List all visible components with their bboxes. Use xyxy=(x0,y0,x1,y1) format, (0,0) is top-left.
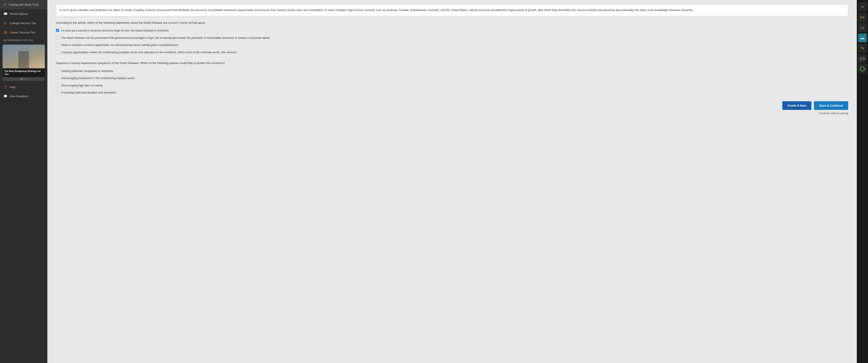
save-continue-button[interactable]: Save & Continue xyxy=(814,101,848,110)
question1-section: According to the article, which of the f… xyxy=(56,21,848,55)
q2-option-a[interactable]: Helping particular companies or industri… xyxy=(56,69,848,73)
pencil-icon: ✏ xyxy=(861,5,864,9)
main-content: is not to grant subsidies and protection… xyxy=(48,0,857,363)
sidebar-item-college-label: College Success Tips xyxy=(10,22,36,25)
q2-radio-a[interactable] xyxy=(56,69,59,72)
wifi-icon: ((·)) xyxy=(860,57,865,60)
az-button[interactable]: A-Z xyxy=(858,13,867,22)
yellow-pencil-icon: ✎ xyxy=(861,46,864,51)
recommended-label: RECOMMENDED FOR YOU xyxy=(0,37,48,43)
sidebar-item-college[interactable]: 🎓 College Success Tips xyxy=(0,19,48,28)
buttons-row: Grade It Now Save & Continue xyxy=(56,101,848,110)
q1-option-c-text: When a country's currency appreciates, i… xyxy=(61,43,179,47)
career-icon: 💼 xyxy=(3,30,7,34)
sidebar-item-rental-label: Rental Options xyxy=(10,12,28,16)
help-icon: ❓ xyxy=(3,85,7,89)
sidebar-item-catalog-label: Catalog and Study Tools xyxy=(8,3,39,6)
card-title: The Best Budgeting Strategy for You xyxy=(3,68,45,77)
q1-instruction: Check all that apply. xyxy=(180,21,206,24)
q2-option-b[interactable]: Discouraging investment in the nonboomin… xyxy=(56,76,848,80)
q1-checkbox-d[interactable] xyxy=(56,51,59,54)
card-dots xyxy=(3,77,45,81)
q1-option-b-text: The Dutch Disease can be prevented if th… xyxy=(61,36,270,40)
card-dot-1 xyxy=(21,79,22,80)
q2-option-c[interactable]: Discouraging high rates of saving xyxy=(56,83,848,88)
q2-option-b-text: Discouraging investment in the nonboomin… xyxy=(61,76,135,80)
question1-options: As soon as a country's resource revenues… xyxy=(56,28,848,54)
q2-radio-c[interactable] xyxy=(56,84,59,87)
az-icon: A-Z xyxy=(861,16,864,19)
q1-option-c[interactable]: When a country's currency appreciates, i… xyxy=(56,43,848,47)
sidebar-item-rental[interactable]: 📖 Rental Options xyxy=(0,9,48,19)
yellow-pencil-button[interactable]: ✎ xyxy=(858,44,867,53)
recommended-card[interactable]: The Best Budgeting Strategy for You xyxy=(3,44,45,81)
question1-text: According to the article, which of the f… xyxy=(56,21,848,25)
card-image xyxy=(3,44,45,68)
q2-option-d-text: Promoting trade liberalization and innov… xyxy=(61,90,117,95)
rental-icon: 📖 xyxy=(3,12,7,16)
sidebar-item-help-label: Help xyxy=(10,86,16,89)
page-icon: ▭ xyxy=(861,25,864,30)
card-dot-2 xyxy=(23,79,24,80)
q1-checkbox-b[interactable] xyxy=(56,36,59,39)
q1-option-a-text: As soon as a country's resource revenues… xyxy=(61,28,169,33)
q1-option-b[interactable]: The Dutch Disease can be prevented if th… xyxy=(56,36,848,40)
sidebar-item-career[interactable]: 💼 Career Success Tips xyxy=(0,28,48,37)
question2-options: Helping particular companies or industri… xyxy=(56,69,848,95)
sidebar: ⊙ Catalog and Study Tools 📖 Rental Optio… xyxy=(0,0,48,363)
sidebar-item-feedback-label: Give Feedback xyxy=(10,95,28,98)
card-image-inner xyxy=(3,44,45,68)
q1-checkbox-a[interactable] xyxy=(56,29,59,32)
pencil-button[interactable]: ✏ xyxy=(858,3,867,11)
sidebar-item-help[interactable]: ❓ Help xyxy=(0,83,48,92)
question2-section: Suppose a country experiences symptoms o… xyxy=(56,61,848,95)
continue-without-link[interactable]: Continue without saving xyxy=(56,112,848,115)
q2-option-a-text: Helping particular companies or industri… xyxy=(61,69,113,73)
q2-option-c-text: Discouraging high rates of saving xyxy=(61,83,102,88)
college-icon: 🎓 xyxy=(3,21,7,25)
q1-option-a[interactable]: As soon as a country's resource revenues… xyxy=(56,28,848,33)
right-toolbar: ✏ A-Z ▭ ▬ ✎ ((·)) xyxy=(857,0,868,363)
continue-without-text: Continue without saving xyxy=(818,112,848,115)
page-button[interactable]: ▭ xyxy=(858,23,867,32)
q2-radio-d[interactable] xyxy=(56,91,59,94)
wifi-button[interactable]: ((·)) xyxy=(858,54,867,63)
card-dot-3 xyxy=(25,79,27,80)
feedback-icon: 💬 xyxy=(3,94,7,98)
teal-icon: ▬ xyxy=(861,36,864,40)
sidebar-item-catalog[interactable]: ⊙ Catalog and Study Tools xyxy=(0,0,48,9)
grade-button[interactable]: Grade It Now xyxy=(782,101,811,110)
q1-text-main: According to the article, which of the f… xyxy=(56,21,179,24)
article-excerpt[interactable]: is not to grant subsidies and protection… xyxy=(56,4,848,16)
circle-button[interactable] xyxy=(858,65,867,73)
q1-option-d-text: Currency appreciation makes the nonboomi… xyxy=(61,50,238,55)
q2-radio-b[interactable] xyxy=(56,77,59,80)
teal-button[interactable]: ▬ xyxy=(858,34,867,42)
circle-green-icon xyxy=(860,67,865,71)
article-text: is not to grant subsidies and protection… xyxy=(60,8,693,12)
q2-option-d[interactable]: Promoting trade liberalization and innov… xyxy=(56,90,848,95)
catalog-icon: ⊙ xyxy=(3,3,6,6)
sidebar-item-feedback[interactable]: 💬 Give Feedback xyxy=(0,92,48,101)
sidebar-item-career-label: Career Success Tips xyxy=(10,31,35,34)
q1-checkbox-c[interactable] xyxy=(56,43,59,46)
question2-text: Suppose a country experiences symptoms o… xyxy=(56,61,848,65)
q1-option-d[interactable]: Currency appreciation makes the nonboomi… xyxy=(56,50,848,55)
